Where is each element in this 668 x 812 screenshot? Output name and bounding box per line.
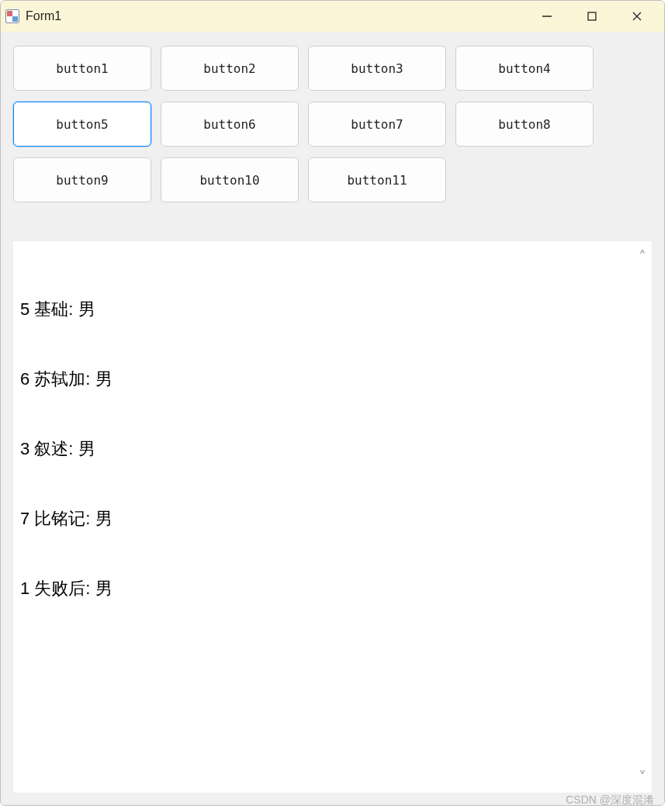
output-line: 7 比铭记: 男 xyxy=(20,507,626,530)
button8[interactable]: button8 xyxy=(455,102,594,147)
minimize-button[interactable] xyxy=(524,1,569,32)
button9[interactable]: button9 xyxy=(13,157,151,202)
scroll-up-icon[interactable]: ˄ xyxy=(639,247,646,266)
app-icon xyxy=(5,9,19,23)
button6[interactable]: button6 xyxy=(161,102,299,147)
output-line: 5 基础: 男 xyxy=(20,298,626,321)
button-grid: button1 button2 button3 button4 button5 … xyxy=(13,46,652,202)
button3[interactable]: button3 xyxy=(308,46,446,91)
svg-rect-1 xyxy=(588,12,596,20)
button10[interactable]: button10 xyxy=(161,157,299,202)
output-panel: 5 基础: 男 6 苏轼加: 男 3 叙述: 男 7 比铭记: 男 1 失败后:… xyxy=(13,241,652,793)
scroll-down-icon[interactable]: ˅ xyxy=(639,768,646,786)
maximize-button[interactable] xyxy=(569,1,614,32)
output-line: 1 失败后: 男 xyxy=(20,577,626,600)
window-frame: Form1 button1 button2 button3 button4 bu… xyxy=(0,0,665,806)
button1[interactable]: button1 xyxy=(13,46,151,91)
client-area: button1 button2 button3 button4 button5 … xyxy=(1,32,664,805)
button2[interactable]: button2 xyxy=(161,46,299,91)
output-textbox[interactable]: 5 基础: 男 6 苏轼加: 男 3 叙述: 男 7 比铭记: 男 1 失败后:… xyxy=(13,241,633,793)
title-bar[interactable]: Form1 xyxy=(1,1,664,32)
button5[interactable]: button5 xyxy=(13,102,151,147)
output-line: 6 苏轼加: 男 xyxy=(20,368,626,391)
close-button[interactable] xyxy=(614,1,659,32)
button4[interactable]: button4 xyxy=(455,46,594,91)
button7[interactable]: button7 xyxy=(308,102,446,147)
vertical-scrollbar[interactable]: ˄ ˅ xyxy=(633,241,652,793)
output-line: 3 叙述: 男 xyxy=(20,437,626,461)
window-title: Form1 xyxy=(26,9,61,23)
button11[interactable]: button11 xyxy=(308,157,446,202)
